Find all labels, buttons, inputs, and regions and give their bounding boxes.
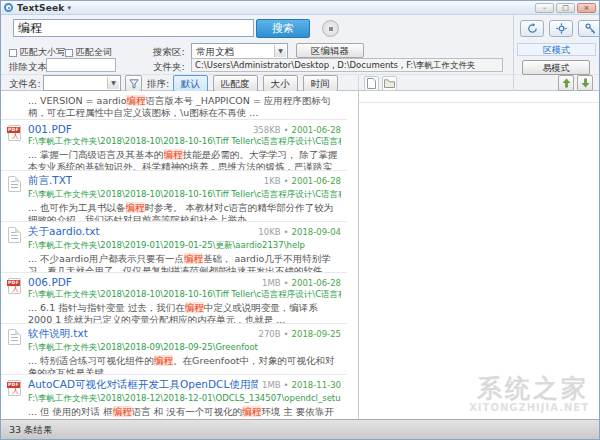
titlebar: TextSeek ▾ – □ × [1,1,599,15]
toolbar: 搜索 [1,15,599,91]
result-item[interactable]: 前言.TXT1KB•2001-06-28F:\李帆工作文件夹\2018\2018… [1,171,347,222]
result-title[interactable]: 软件说明.txt [28,327,88,341]
result-title[interactable]: 006.PDF [28,276,72,288]
result-date: 2001-06-28 [292,278,341,288]
document-icon [367,78,376,89]
statusbar: 33 条结果 [1,419,599,439]
result-size: 1KB [264,176,281,186]
folder-path-field[interactable]: C:\Users\Administrator\Desktop , D:\Docu… [191,58,503,72]
stop-button[interactable] [322,20,339,37]
result-title[interactable]: 前言.TXT [28,174,72,188]
title-menu-caret-icon[interactable]: ▾ [67,4,71,12]
sort-button-时间[interactable]: 时间 [303,75,338,92]
highlighted-term: 编程 [184,253,203,264]
result-meta: 1MB•2001-06-28 [258,278,341,288]
txt-file-icon [8,227,21,243]
result-size: 1MB [262,380,281,390]
result-title[interactable]: AutoCAD可视化对话框开发工具OpenDCL使用简介_兰度.pdf [28,378,258,392]
textseek-window: TextSeek ▾ – □ × 搜索 [0,0,600,440]
result-meta: 1KB•2001-06-28 [260,176,341,186]
meta-separator: • [284,125,289,135]
zone-mode-button[interactable]: 区模式 [517,43,596,56]
meta-separator: • [284,227,289,237]
txt-file-icon [8,329,21,345]
result-meta: 10KB•2018-09-04 [254,227,341,237]
folder-label: 文件夹: [153,61,185,74]
window-title: TextSeek [17,3,64,13]
results-count: 33 条结果 [9,424,53,435]
chevron-down-icon[interactable]: ▼ [107,77,119,89]
result-meta: 270B•2018-09-25 [255,329,341,339]
zone-select-value: 常用文档 [192,44,287,59]
zone-select[interactable]: 常用文档 ▼ [191,43,288,59]
meta-separator: • [284,329,289,339]
preview-pane [358,91,599,419]
preview-header [359,91,599,103]
highlighted-term: 编程 [126,95,145,106]
result-item[interactable]: 001.PDF358KB•2001-06-28F:\李帆工作文件夹\2018\2… [1,120,347,171]
result-item[interactable]: 006.PDF1MB•2001-06-28F:\李帆工作文件夹\2018\201… [1,273,347,324]
search-button[interactable]: 搜索 [256,19,310,38]
filename-select[interactable]: ▼ [43,75,121,91]
result-date: 2018-11-30 [292,380,341,390]
chevron-down-icon[interactable]: ▼ [274,45,286,57]
result-title[interactable]: 001.PDF [28,123,72,135]
highlighted-term: 编程 [164,149,183,160]
zone-editor-button[interactable]: 区编辑器 [296,43,364,58]
mode-panel: 区模式 易模式 [513,15,599,91]
result-path: F:\李帆工作文件夹\2018\2018-10\2018-10-16\Tiff … [28,289,341,301]
close-button[interactable]: × [577,3,596,13]
result-snippet: ... 也可作为工具书以备编程时参考。 本教材对c语言的精华部分作了较为细致的介… [28,202,341,222]
search-input[interactable] [13,19,254,37]
result-size: 358KB [253,125,281,135]
pdf-file-icon [8,278,21,294]
highlighted-term: 编程 [242,406,261,417]
result-path: F:\李帆工作文件夹\2018\2018-10\2018-10-16\Tiff … [28,136,341,148]
toolbar-splitter-line [358,75,359,90]
result-size: 1MB [262,278,281,288]
filename-label: 文件名: [9,78,41,91]
minimize-button[interactable]: – [535,3,554,13]
easy-mode-button[interactable]: 易模式 [522,60,590,75]
highlighted-term: 编程 [113,406,132,417]
highlighted-term: 编程 [185,302,204,313]
result-path: F:\李帆工作文件夹\2018\2019-01\2019-01-25\更新\aa… [28,240,341,252]
result-item[interactable]: AutoCAD可视化对话框开发工具OpenDCL使用简介_兰度.pdf1MB•2… [1,375,347,419]
funnel-icon [129,79,139,89]
window-controls: – □ × [535,3,596,13]
result-title[interactable]: 关于aardio.txt [28,225,100,239]
pdf-file-icon [8,125,21,141]
whole-word-box[interactable] [65,49,73,57]
result-item[interactable]: ... VERSION = aardio编程语言版本号 _HAPPICON = … [1,91,347,120]
result-size: 10KB [258,227,280,237]
results-list[interactable]: ... VERSION = aardio编程语言版本号 _HAPPICON = … [1,91,358,419]
sort-button-默认[interactable]: 默认 [173,75,208,92]
result-path: F:\李帆工作文件夹\2018\2018-09\2018-09-25\Green… [28,342,341,354]
result-path: F:\李帆工作文件夹\2018\2018-12\2018-12-01\ODCLS… [28,393,341,405]
match-case-box[interactable] [9,49,17,57]
result-snippet: ... 6.1 指针与指针变量 过去，我们在编程中定义或说明变量，编译系 200… [28,302,341,324]
result-snippet: ... 不少aardio用户都表示只要有一点编程基础， aardio几乎不用特别… [28,253,341,273]
open-folder-button[interactable] [382,76,397,91]
highlighted-term: 编程 [126,202,145,213]
result-meta: 1MB•2018-11-30 [258,380,341,390]
result-item[interactable]: 软件说明.txt270B•2018-09-25F:\李帆工作文件夹\2018\2… [1,324,347,375]
exclude-input[interactable] [46,58,116,72]
result-date: 2018-09-04 [292,227,341,237]
open-file-button[interactable] [364,76,379,91]
meta-separator: • [284,380,289,390]
sort-button-大小[interactable]: 大小 [263,75,298,92]
result-date: 2001-06-28 [292,125,341,135]
pdf-file-icon [8,380,21,396]
sort-button-匹配度[interactable]: 匹配度 [213,75,258,92]
filter-button[interactable] [125,75,142,92]
app-logo-icon [4,3,13,12]
result-date: 2018-09-25 [292,329,341,339]
maximize-button[interactable]: □ [556,3,575,13]
sort-label: 排序: [147,78,169,91]
exclude-label: 排除文本: [9,61,50,74]
result-snippet: ... 掌握一门高级语言及其基本的编程技能是必需的。大学学习， 除了掌握本专业系… [28,149,341,171]
zone-label: 搜索区: [153,46,185,59]
meta-separator: • [284,176,289,186]
result-item[interactable]: 关于aardio.txt10KB•2018-09-04F:\李帆工作文件夹\20… [1,222,347,273]
